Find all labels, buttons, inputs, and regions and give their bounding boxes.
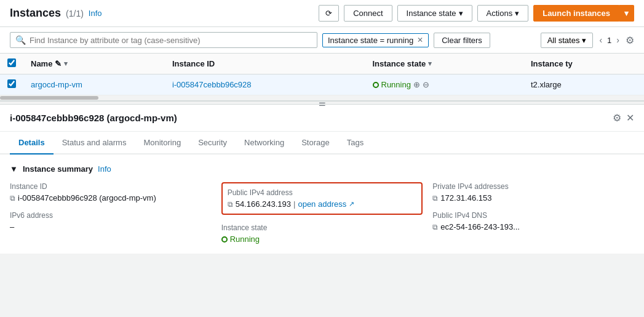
public-dns-field: Public IPv4 DNS ⧉ ec2-54-166-243-193... — [432, 211, 634, 231]
name-column-header: Name — [31, 59, 52, 68]
horizontal-scrollbar[interactable] — [0, 95, 644, 100]
public-dns-label: Public IPv4 DNS — [432, 211, 634, 220]
section-info-link[interactable]: Info — [98, 164, 111, 174]
select-all-checkbox[interactable] — [7, 58, 16, 67]
detail-col-3: Private IPv4 addresses ⧉ 172.31.46.153 P… — [432, 182, 634, 244]
instance-id-cell[interactable]: i-005847cebbb96c928 — [172, 80, 252, 89]
next-page-button[interactable]: › — [614, 34, 622, 46]
instance-state-button[interactable]: Instance state ▾ — [397, 5, 472, 22]
instance-state-dropdown-icon: ▾ — [459, 9, 463, 18]
clear-filters-button[interactable]: Clear filters — [434, 33, 490, 48]
prev-page-button[interactable]: ‹ — [597, 34, 605, 46]
public-ipv4-value: ⧉ 54.166.243.193 | open address ↗ — [228, 199, 417, 209]
detail-header: i-005847cebbb96c928 (argocd-mp-vm) ⚙ ✕ — [0, 105, 644, 132]
filter-bar: 🔍 Instance state = running ✕ Clear filte… — [0, 27, 644, 54]
detail-close-button[interactable]: ✕ — [626, 112, 634, 124]
instance-count: (1/1) — [66, 9, 84, 18]
dns-text: ec2-54-166-243-193... — [440, 222, 520, 231]
private-ipv4-value: ⧉ 172.31.46.153 — [432, 193, 634, 203]
copy-dns-icon[interactable]: ⧉ — [432, 223, 438, 231]
detail-col-2: Public IPv4 address ⧉ 54.166.243.193 | o… — [221, 182, 423, 244]
connect-button[interactable]: Connect — [344, 5, 392, 22]
instance-type-column-header: Instance ty — [531, 59, 573, 68]
detail-grid: Instance ID ⧉ i-005847cebbb96c928 (argoc… — [10, 182, 634, 244]
ipv6-value: – — [10, 222, 212, 231]
all-states-label: All states — [547, 36, 580, 45]
ipv6-label: IPv6 address — [10, 211, 212, 220]
copy-instance-id-icon[interactable]: ⧉ — [10, 194, 15, 203]
refresh-icon: ⟳ — [325, 9, 332, 18]
name-sort-icon: ▾ — [64, 60, 68, 68]
top-bar-left: Instances (1/1) Info — [10, 7, 102, 20]
instance-id-value: ⧉ i-005847cebbb96c928 (argocd-mp-vm) — [10, 193, 212, 203]
top-bar-right: ⟳ Connect Instance state ▾ Actions ▾ Lau… — [319, 5, 634, 22]
search-input[interactable] — [30, 36, 312, 45]
launch-instances-dropdown-button[interactable]: ▾ — [619, 5, 634, 22]
zoom-in-icon[interactable]: ⊕ — [413, 80, 420, 89]
tab-security[interactable]: Security — [189, 132, 236, 154]
section-title: Instance summary — [23, 164, 93, 174]
pagination: ‹ 1 › — [597, 34, 622, 46]
private-ipv4-label: Private IPv4 addresses — [432, 182, 634, 191]
open-address-link[interactable]: open address — [298, 199, 346, 209]
private-ip-text: 172.31.46.153 — [440, 193, 491, 203]
external-link-icon: ↗ — [349, 200, 354, 208]
private-ipv4-field: Private IPv4 addresses ⧉ 172.31.46.153 — [432, 182, 634, 203]
actions-button[interactable]: Actions ▾ — [477, 5, 529, 22]
tab-tags[interactable]: Tags — [338, 132, 372, 154]
actions-dropdown-icon: ▾ — [515, 9, 519, 18]
detail-title: i-005847cebbb96c928 (argocd-mp-vm) — [10, 113, 177, 123]
table-row[interactable]: argocd-mp-vm i-005847cebbb96c928 Running… — [0, 74, 644, 95]
instance-id-text: i-005847cebbb96c928 (argocd-mp-vm) — [18, 193, 156, 203]
tab-networking[interactable]: Networking — [236, 132, 293, 154]
scrollbar-thumb — [0, 96, 98, 100]
tab-storage[interactable]: Storage — [293, 132, 338, 154]
instances-table: Name ✎ ▾ Instance ID Instance state ▾ In… — [0, 54, 644, 95]
detail-panel: i-005847cebbb96c928 (argocd-mp-vm) ⚙ ✕ D… — [0, 105, 644, 254]
running-status-dot — [373, 82, 379, 88]
instance-type-cell: t2.xlarge — [523, 74, 644, 95]
instance-state-field-label: Instance state — [221, 223, 423, 232]
instance-state-column-header: Instance state — [373, 59, 426, 68]
copy-ipv4-icon[interactable]: ⧉ — [228, 200, 233, 209]
launch-instances-button[interactable]: Launch instances — [533, 5, 619, 22]
separator: | — [293, 199, 295, 209]
public-ipv4-label: Public IPv4 address — [228, 188, 417, 197]
info-link[interactable]: Info — [89, 9, 102, 18]
copy-private-icon[interactable]: ⧉ — [432, 194, 438, 203]
detail-content: ▼ Instance summary Info Instance ID ⧉ i-… — [0, 154, 644, 254]
row-checkbox[interactable] — [7, 79, 16, 88]
instance-state-label: Instance state — [407, 9, 456, 18]
instance-state-field: Instance state Running — [221, 223, 423, 244]
tab-monitoring[interactable]: Monitoring — [135, 132, 189, 154]
detail-settings-button[interactable]: ⚙ — [613, 112, 621, 124]
table-settings-button[interactable]: ⚙ — [626, 34, 634, 46]
detail-header-right: ⚙ ✕ — [613, 112, 634, 124]
launch-dropdown-icon: ▾ — [624, 9, 629, 18]
search-box: 🔍 — [10, 32, 317, 48]
name-edit-icon: ✎ — [55, 59, 62, 68]
section-toggle[interactable]: ▼ — [10, 164, 18, 174]
state-sort-icon: ▾ — [428, 60, 432, 68]
all-states-button[interactable]: All states ▾ — [541, 33, 594, 48]
detail-col-1: Instance ID ⧉ i-005847cebbb96c928 (argoc… — [10, 182, 212, 244]
instance-state-field-value: Running — [221, 235, 423, 244]
filter-tag-close-button[interactable]: ✕ — [417, 36, 423, 44]
filter-tag-text: Instance state = running — [328, 36, 413, 45]
state-status-dot — [221, 236, 228, 243]
zoom-out-icon[interactable]: ⊖ — [423, 80, 429, 89]
launch-instances-group: Launch instances ▾ — [533, 5, 634, 22]
section-header: ▼ Instance summary Info — [10, 164, 634, 174]
ipv6-field: IPv6 address – — [10, 211, 212, 231]
instance-id-field: Instance ID ⧉ i-005847cebbb96c928 (argoc… — [10, 182, 212, 203]
refresh-button[interactable]: ⟳ — [319, 5, 339, 22]
tab-status-alarms[interactable]: Status and alarms — [54, 132, 135, 154]
tab-details[interactable]: Details — [10, 132, 54, 154]
detail-tabs: Details Status and alarms Monitoring Sec… — [0, 132, 644, 154]
instance-name[interactable]: argocd-mp-vm — [31, 80, 82, 89]
instance-id-column-header: Instance ID — [172, 59, 215, 68]
instance-id-label: Instance ID — [10, 182, 212, 191]
page-title: Instances — [10, 7, 61, 20]
filter-tag: Instance state = running ✕ — [322, 33, 429, 47]
instances-table-container: Name ✎ ▾ Instance ID Instance state ▾ In… — [0, 54, 644, 101]
